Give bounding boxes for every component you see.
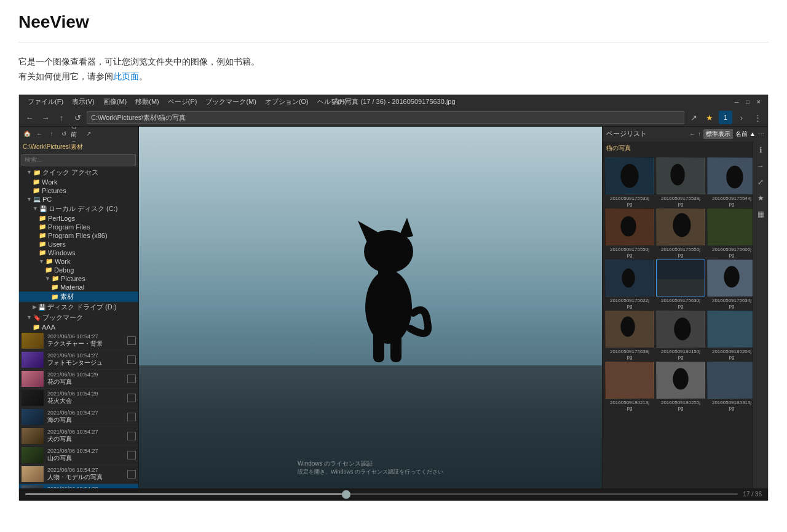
thumb-180213[interactable]	[605, 362, 654, 399]
panel-more[interactable]: ⋯	[758, 130, 764, 137]
file-check[interactable]	[127, 375, 136, 383]
tree-local-disk[interactable]: ▼💾ローカル ディスク (C:)	[19, 204, 138, 214]
file-row-textures[interactable]: 2021/06/06 10:54:27 テクスチャー・背景	[19, 332, 138, 351]
panel-back-btn[interactable]: ←	[34, 129, 45, 140]
nav-right-btn[interactable]: ›	[735, 111, 748, 124]
side-star-icon[interactable]: ★	[754, 192, 767, 204]
file-row-flowers[interactable]: 2021/06/06 10:54:29 花の写真	[19, 370, 138, 389]
file-row-cats[interactable]: 2021/06/06 10:54:28 猫の写真 ★	[19, 484, 138, 488]
file-row-dogs[interactable]: 2021/06/06 10:54:27 犬の写真	[19, 427, 138, 446]
menu-view[interactable]: 表示(V)	[68, 96, 98, 108]
side-nav-icon[interactable]: →	[754, 160, 767, 172]
tree-perflogs[interactable]: 📁PerfLogs	[19, 214, 138, 223]
up-btn[interactable]: ↑	[55, 111, 68, 124]
file-row-fireworks[interactable]: 2021/06/06 10:54:29 花火大会	[19, 389, 138, 408]
side-arrow-icon[interactable]: ⤢	[754, 176, 767, 188]
back-btn[interactable]: ←	[23, 111, 36, 124]
file-check[interactable]	[127, 470, 136, 478]
thumb-175550[interactable]	[605, 208, 654, 245]
file-row-ocean[interactable]: 2021/06/06 10:54:27 海の写真	[19, 408, 138, 427]
tree-users[interactable]: 📁Users	[19, 240, 138, 248]
tree-debug[interactable]: 📁Debug	[19, 266, 138, 274]
thumb-cell: 20160509180204jpg	[707, 311, 753, 360]
tree-aaa[interactable]: 📁AAA	[19, 323, 138, 332]
file-row-people[interactable]: 2021/06/06 10:54:27 人物・モデルの写真	[19, 465, 138, 484]
slider-track[interactable]	[25, 493, 738, 495]
panel-nav-up[interactable]: ↑	[698, 130, 701, 137]
panel-name-sort[interactable]: 名前 ▲	[735, 130, 756, 138]
address-bar[interactable]: C:\Work\Pictures\素材\猫の写真	[87, 111, 684, 124]
file-row-montage[interactable]: 2021/06/06 10:54:27 フォトモンタージュ	[19, 351, 138, 370]
star-btn[interactable]: ★	[703, 111, 716, 124]
thumb-175622[interactable]	[605, 260, 654, 296]
menu-file[interactable]: ファイル(F)	[24, 96, 67, 108]
thumb-175638[interactable]	[605, 311, 654, 347]
nav-expand-btn[interactable]: ⋮	[751, 111, 764, 124]
tree-disk-d[interactable]: ▶💾ディスク ドライブ (D:)	[19, 302, 138, 312]
panel-nav-left[interactable]: ←	[689, 130, 695, 137]
svg-point-31	[673, 368, 688, 389]
file-check[interactable]	[127, 394, 136, 402]
side-info-icon[interactable]: ℹ	[754, 144, 767, 156]
file-row-mountains[interactable]: 2021/06/06 10:54:27 山の写真	[19, 446, 138, 465]
thumb-175544[interactable]	[707, 157, 753, 194]
tree-sozai[interactable]: 📁素材	[19, 292, 138, 302]
panel-sort-label[interactable]: 標準表示	[703, 129, 733, 139]
minimize-btn[interactable]: ─	[732, 98, 741, 106]
panel-share-btn[interactable]: ↗	[83, 129, 94, 140]
menu-move[interactable]: 移動(M)	[132, 96, 163, 108]
tree-work[interactable]: 📁Work	[19, 178, 138, 186]
menu-bookmark[interactable]: ブックマーク(M)	[202, 96, 260, 108]
search-bar	[19, 153, 138, 167]
side-edit-icon[interactable]: ▦	[754, 208, 767, 220]
file-check[interactable]	[127, 355, 136, 364]
thumb-175538[interactable]	[656, 157, 705, 194]
thumb-175606[interactable]	[707, 208, 753, 245]
panel-refresh-btn[interactable]: ↺	[58, 129, 69, 140]
file-check[interactable]	[127, 451, 136, 459]
tab-btn[interactable]: 1	[719, 111, 732, 124]
tree-program-files-x86[interactable]: 📁Program Files (x86)	[19, 231, 138, 240]
tree-windows[interactable]: 📁Windows	[19, 248, 138, 257]
thumb-180150[interactable]	[656, 311, 705, 347]
tree-quick-access[interactable]: ▼📁クイック アクセス	[19, 167, 138, 178]
panel-name-btn[interactable]: 名前 ▼	[71, 129, 82, 140]
slider-fill	[25, 493, 346, 495]
file-check[interactable]	[127, 432, 136, 440]
menu-image[interactable]: 画像(M)	[100, 96, 131, 108]
thumb-180313[interactable]	[707, 362, 753, 399]
tree-pc[interactable]: ▼💻PC	[19, 195, 138, 204]
menu-options[interactable]: オプション(O)	[261, 96, 312, 108]
maximize-btn[interactable]: □	[743, 98, 752, 106]
menu-page[interactable]: ページ(P)	[164, 96, 201, 108]
thumb-175634[interactable]	[707, 260, 753, 296]
share-btn[interactable]: ↗	[687, 111, 700, 124]
tree-material[interactable]: 📁Material	[19, 283, 138, 292]
thumb-175533[interactable]	[605, 157, 654, 194]
thumb-180255[interactable]	[656, 362, 705, 399]
panel-up-btn[interactable]: ↑	[46, 129, 57, 140]
tree-pictures-sub[interactable]: ▼📁Pictures	[19, 274, 138, 283]
thumb-175556[interactable]	[656, 208, 705, 245]
main-content: 🏠 ← ↑ ↺ 名前 ▼ ↗ C:\Work\Pictures\素材	[19, 127, 768, 488]
window-title: 猫の写真 (17 / 36) - 20160509175630.jpg	[331, 97, 455, 106]
tree-program-files[interactable]: 📁Program Files	[19, 223, 138, 231]
thumb-180204[interactable]	[707, 311, 753, 347]
refresh-btn[interactable]: ↺	[71, 111, 84, 124]
address-text: C:\Work\Pictures\素材\猫の写真	[91, 113, 186, 122]
close-btn[interactable]: ✕	[754, 98, 763, 106]
thumb-175630[interactable]	[656, 260, 705, 296]
tree-pictures[interactable]: 📁Pictures	[19, 186, 138, 195]
file-check[interactable]	[127, 336, 136, 345]
thumb-label: 20160509175544jpg	[707, 196, 753, 207]
thumb-cell: 20160509175533jpg	[605, 157, 654, 207]
slider-thumb[interactable]	[342, 490, 350, 499]
forward-btn[interactable]: →	[39, 111, 52, 124]
desc-link[interactable]: 此页面	[113, 71, 139, 81]
search-input[interactable]	[22, 154, 136, 165]
panel-home-btn[interactable]: 🏠	[22, 129, 33, 140]
tree-work-sub[interactable]: ▼📁Work	[19, 257, 138, 266]
file-check[interactable]	[127, 413, 136, 421]
tree-bookmark[interactable]: ▼🔖ブックマーク	[19, 312, 138, 323]
thumb-label: 20160509180204jpg	[707, 349, 753, 360]
